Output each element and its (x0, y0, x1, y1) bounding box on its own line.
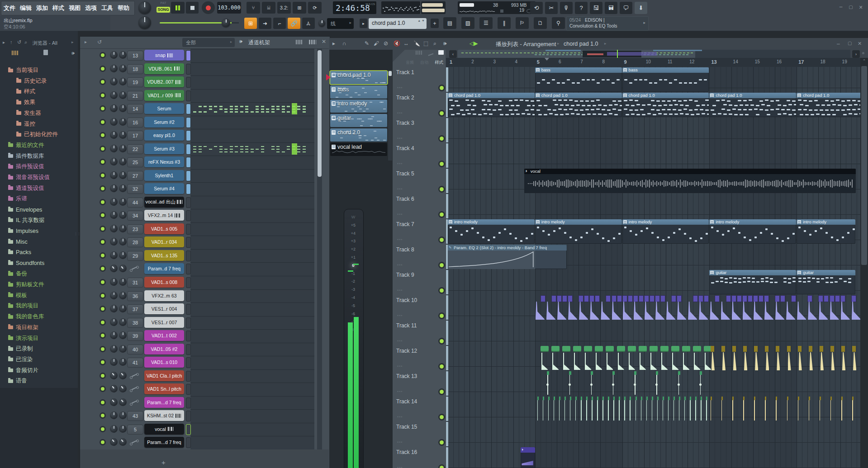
add-channel-button[interactable]: + (161, 459, 166, 466)
channel-number-button[interactable]: 13 (127, 51, 143, 61)
channel-target-indicator[interactable] (186, 264, 191, 274)
browser-up-icon[interactable]: ↑ (10, 39, 13, 45)
clip-pattern-10[interactable]: intro melody (622, 219, 709, 244)
track-led[interactable] (440, 339, 444, 343)
edison-panel[interactable]: 05/24EDISON |Convolution & EQ Tools▸ (566, 16, 649, 31)
channel-vol-knob[interactable] (119, 198, 127, 206)
clip-pattern-15[interactable]: guitar (797, 270, 855, 294)
browser-undo-icon[interactable]: ↺ (17, 39, 21, 45)
channel-number-button[interactable]: 19 (127, 77, 143, 87)
delete-tool-icon[interactable]: ⊘ (384, 40, 388, 47)
channel-pan-knob[interactable] (110, 305, 118, 312)
rack-undo-icon[interactable]: ↺ (97, 39, 102, 45)
track-header-1[interactable]: Track 1••• (392, 67, 446, 93)
browser-item-24[interactable]: 项目框架 (0, 322, 86, 333)
playlist-minimap[interactable] (458, 50, 850, 58)
channel-target-indicator[interactable] (186, 157, 191, 168)
channel-led[interactable] (101, 387, 104, 391)
playlist-close-button[interactable]: ✕ (858, 41, 862, 47)
browser-item-21[interactable]: 模板 (0, 290, 86, 301)
track-header-14[interactable]: Track 14••• (392, 396, 446, 422)
channel-led[interactable] (101, 80, 104, 84)
channel-name-button[interactable]: vocal (144, 424, 184, 435)
channel-number-button[interactable]: 22 (127, 144, 143, 154)
channel-number-button[interactable]: 31 (127, 278, 143, 288)
channel-led[interactable] (101, 94, 104, 97)
browser-item-20[interactable]: 剪贴板文件 (0, 279, 86, 290)
channel-target-indicator[interactable] (186, 437, 191, 448)
channel-number-button[interactable]: 28 (127, 237, 143, 247)
browser-toggle-button[interactable]: 🏳 (516, 17, 529, 29)
track-led[interactable] (440, 390, 444, 394)
channel-pan-knob[interactable] (110, 438, 118, 446)
channel-number-button[interactable]: 25 (127, 157, 143, 167)
select-tool-icon[interactable]: ⬚ (423, 40, 428, 47)
browser-item-17[interactable]: Packs (0, 247, 86, 258)
stop-button[interactable] (186, 2, 199, 14)
channel-number-button[interactable]: 36 (127, 291, 143, 301)
channel-led[interactable] (101, 200, 104, 204)
step-jump-button[interactable]: ➜ (259, 18, 271, 29)
channel-led[interactable] (101, 240, 104, 244)
channel-number-button[interactable]: 32 (127, 184, 143, 194)
channel-vol-knob[interactable] (119, 118, 127, 126)
channel-led[interactable] (101, 414, 104, 417)
browser-item-8[interactable]: 插件数据库 (0, 151, 86, 161)
pattern-prev-button[interactable]: ▸ (360, 19, 367, 28)
mixer-button[interactable]: ∥ (498, 17, 511, 29)
channel-name-button[interactable]: VAD1 Sn..l pitch (144, 383, 184, 394)
browser-item-10[interactable]: 混音器预设值 (0, 172, 86, 183)
channel-vol-knob[interactable] (119, 292, 127, 299)
channel-target-indicator[interactable] (186, 77, 191, 88)
channel-name-button[interactable]: easy pl1.0 (144, 130, 184, 141)
channel-led[interactable] (101, 267, 104, 270)
channel-vol-knob[interactable] (119, 251, 127, 259)
channel-rack-button[interactable]: ☰ (479, 17, 493, 29)
channel-name-button[interactable]: VAD1..05 #2 (144, 344, 184, 355)
browser-item-23[interactable]: 我的音色库 (0, 312, 86, 322)
channel-number-button[interactable]: 14 (127, 104, 143, 114)
channel-target-indicator[interactable] (186, 304, 191, 315)
channel-pan-knob[interactable] (110, 65, 118, 72)
channel-vol-knob[interactable] (119, 278, 127, 286)
tempo-display[interactable]: 103.000 (217, 2, 241, 14)
pattern-spinner[interactable]: ▲ ▼ (417, 19, 425, 22)
browser-item-28[interactable]: 音频切片 (0, 365, 86, 376)
channel-vol-knob[interactable] (119, 238, 127, 246)
channel-led[interactable] (101, 440, 104, 444)
menu-item-4[interactable]: 视图 (66, 4, 83, 12)
scroll-up-button[interactable]: ⌃ (861, 59, 867, 65)
channel-led[interactable] (101, 360, 104, 364)
playlist-button[interactable]: ▤ (443, 17, 456, 29)
channel-led[interactable] (101, 213, 104, 217)
add-pattern-button[interactable]: + (431, 19, 439, 28)
channel-number-button[interactable]: 27 (127, 171, 143, 181)
channel-target-indicator[interactable] (186, 50, 191, 61)
track-header-11[interactable]: Track 11••• (392, 320, 446, 346)
channel-name-button[interactable]: KSHM..st 02 (144, 410, 184, 421)
channel-vol-knob[interactable] (119, 131, 127, 139)
tracks-tab-patterns-icon[interactable] (438, 50, 444, 55)
overdub-button[interactable]: ⑂ (247, 2, 260, 14)
clip-pattern-11[interactable]: intro melody (709, 219, 796, 244)
channel-name-button[interactable]: VAD1..s 010 (144, 357, 184, 368)
track-led[interactable] (440, 238, 444, 242)
clip-automation[interactable]: Param. EQ 2 (Slot 2) - intro meoldy - Ba… (448, 245, 567, 269)
channel-pan-knob[interactable] (110, 425, 118, 433)
channel-name-button[interactable]: VAD1 Cla..l pitch (144, 370, 184, 381)
channel-pan-knob[interactable] (110, 358, 118, 366)
channel-name-button[interactable]: snap (144, 50, 184, 61)
loop-record-button[interactable]: ⟳ (308, 2, 322, 14)
channel-vol-knob[interactable] (119, 358, 127, 366)
channel-vol-knob[interactable] (119, 225, 127, 232)
channel-led[interactable] (101, 427, 104, 431)
window-minimize-button[interactable]: – (838, 5, 844, 10)
channel-led[interactable] (101, 67, 104, 71)
pattern-song-grid-button[interactable]: ⊞ (244, 18, 257, 29)
track-header-15[interactable]: Track 15••• (392, 421, 446, 447)
clip-pattern-1[interactable]: bass (622, 67, 709, 92)
channel-name-button[interactable]: Serum #2 (144, 117, 184, 128)
channel-number-button[interactable]: 29 (127, 251, 143, 261)
channel-name-button[interactable]: VAD1..t 002 (144, 330, 184, 341)
track-header-4[interactable]: Track 4••• (392, 143, 446, 169)
